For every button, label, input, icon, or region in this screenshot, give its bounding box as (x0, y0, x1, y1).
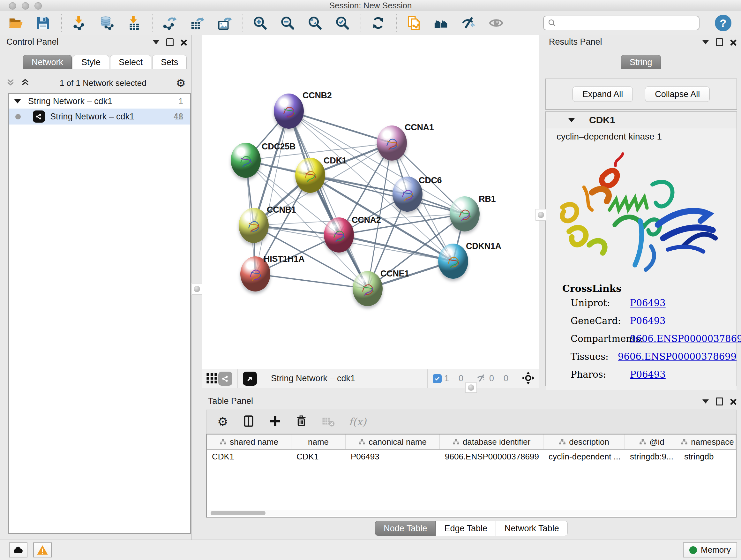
show-all-icon[interactable] (487, 14, 506, 32)
panel-float-icon[interactable] (716, 38, 723, 46)
node-CCNB2[interactable] (274, 94, 304, 129)
table-cell[interactable]: stringdb (679, 450, 736, 463)
export-network-icon[interactable] (160, 14, 179, 32)
network-badge-icon[interactable] (218, 372, 232, 386)
network-list-options-icon[interactable]: ⚙ (176, 78, 186, 88)
table-cell[interactable]: stringdb:9... (625, 450, 679, 463)
crosslink-link[interactable]: P06493 (630, 369, 666, 380)
column-header-description[interactable]: description (543, 435, 625, 449)
collapse-all-button[interactable]: Collapse All (645, 86, 710, 102)
scrollbar-thumb[interactable] (211, 511, 266, 515)
zoom-in-icon[interactable] (251, 14, 269, 32)
tab-network-table[interactable]: Network Table (496, 521, 568, 536)
zoom-selected-icon[interactable] (333, 14, 352, 32)
export-table-icon[interactable] (188, 14, 206, 32)
node-RB1[interactable] (450, 196, 480, 232)
panel-collapse-icon[interactable] (153, 40, 159, 44)
selected-nodes-checkbox[interactable] (433, 374, 442, 383)
node-CDK1[interactable] (295, 158, 325, 193)
panel-collapse-icon[interactable] (702, 399, 709, 403)
hide-selected-icon[interactable] (460, 14, 478, 32)
hidden-items-icon[interactable] (476, 373, 487, 384)
table-cell[interactable]: 9606.ENSP00000378699 (440, 450, 543, 463)
node-CCNE1[interactable] (353, 271, 383, 306)
gene-section-header[interactable]: CDK1 (546, 112, 737, 128)
cloud-status-icon[interactable] (9, 543, 27, 557)
crosslink-link[interactable]: 9606.ENSP00000378699 (618, 351, 737, 362)
function-builder-icon[interactable]: f(x) (349, 416, 366, 428)
show-columns-icon[interactable] (242, 415, 255, 429)
column-header--id[interactable]: @id (625, 435, 679, 449)
zoom-out-icon[interactable] (278, 14, 297, 32)
horizontal-splitter-handle[interactable] (465, 382, 477, 393)
edge-HIST1H1A-CCNE1[interactable] (255, 274, 367, 289)
open-session-icon[interactable] (6, 14, 25, 32)
table-cell[interactable]: cyclin-dependent ... (543, 450, 625, 463)
tab-string[interactable]: String (621, 55, 661, 69)
tab-network[interactable]: Network (23, 55, 72, 69)
node-CCNB1[interactable] (239, 208, 269, 243)
import-network-database-icon[interactable] (97, 14, 116, 32)
delete-table-icon[interactable] (321, 415, 335, 429)
first-neighbors-icon[interactable] (432, 14, 451, 32)
grid-view-icon[interactable] (205, 372, 218, 386)
tab-sets[interactable]: Sets (152, 55, 187, 69)
panel-float-icon[interactable] (716, 397, 723, 406)
memory-button[interactable]: Memory (683, 543, 737, 557)
node-CDC6[interactable] (393, 177, 422, 212)
zoom-fit-icon[interactable] (306, 14, 324, 32)
column-header-database-identifier[interactable]: database identifier (440, 435, 543, 449)
panel-float-icon[interactable] (166, 38, 174, 46)
crosslink-link[interactable]: P06493 (630, 298, 666, 308)
clone-network-icon[interactable] (405, 14, 423, 32)
node-CCNA2[interactable] (324, 217, 354, 253)
network-collection-row[interactable]: String Network – cdk1 1 (9, 94, 190, 109)
crosslink-link[interactable]: 9606.ENSP00000378699 (630, 333, 741, 344)
edge-CCNB2-CCNA1[interactable] (289, 111, 392, 143)
tab-edge-table[interactable]: Edge Table (435, 521, 496, 536)
refresh-icon[interactable] (369, 14, 387, 32)
delete-column-icon[interactable] (295, 415, 307, 428)
table-options-icon[interactable]: ⚙ (217, 416, 228, 428)
search-input[interactable] (543, 16, 699, 30)
help-icon[interactable]: ? (715, 15, 731, 31)
tab-node-table[interactable]: Node Table (375, 521, 435, 536)
panel-collapse-icon[interactable] (702, 40, 709, 44)
node-CCNA1[interactable] (377, 125, 407, 161)
expand-all-networks-icon[interactable] (6, 78, 15, 88)
tab-select[interactable]: Select (110, 55, 151, 69)
table-horizontal-scrollbar[interactable] (207, 510, 735, 516)
import-table-icon[interactable] (125, 14, 143, 32)
node-CDKN1A[interactable] (438, 244, 468, 279)
column-header-shared-name[interactable]: shared name (207, 435, 291, 449)
node-CDC25B[interactable] (231, 143, 261, 178)
edge-CCNA2-CDKN1A[interactable] (339, 235, 453, 261)
export-image-icon[interactable] (215, 14, 233, 32)
right-splitter-handle[interactable] (536, 209, 546, 221)
collection-expand-icon[interactable] (14, 99, 21, 104)
pan-mode-icon[interactable] (522, 371, 535, 386)
panel-close-icon[interactable] (730, 398, 737, 405)
table-cell[interactable]: CDK1 (207, 450, 291, 463)
import-network-file-icon[interactable] (70, 14, 88, 32)
network-view-canvas[interactable]: CCNB2 CCNA1 CDC25B CDK1 CDC6 (202, 35, 539, 388)
panel-close-icon[interactable] (181, 39, 187, 46)
expand-all-button[interactable]: Expand All (572, 86, 633, 102)
collapse-all-networks-icon[interactable] (20, 78, 30, 88)
warning-status-icon[interactable] (33, 543, 52, 557)
column-header-canonical-name[interactable]: canonical name (346, 435, 440, 449)
crosslink-link[interactable]: P06493 (630, 315, 666, 326)
birdseye-view-icon[interactable] (243, 372, 257, 386)
tab-style[interactable]: Style (73, 55, 109, 69)
section-expand-icon[interactable] (568, 118, 575, 122)
save-session-icon[interactable] (34, 14, 52, 32)
column-header-namespace[interactable]: namespace (679, 435, 736, 449)
table-cell[interactable]: CDK1 (291, 450, 346, 463)
network-row[interactable]: String Network – cdk1 11 48 (9, 109, 190, 125)
table-row[interactable]: CDK1CDK1P064939606.ENSP00000378699cyclin… (207, 450, 736, 463)
column-header-name[interactable]: name (291, 435, 346, 449)
table-cell[interactable]: P06493 (346, 450, 440, 463)
edge-CCNB2-HIST1H1A[interactable] (255, 111, 289, 274)
panel-close-icon[interactable] (730, 39, 737, 46)
left-splitter-handle[interactable] (192, 283, 202, 295)
